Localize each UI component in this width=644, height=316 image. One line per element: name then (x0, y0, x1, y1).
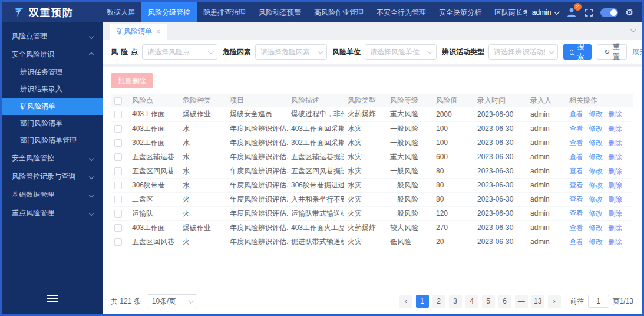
cell-5: 一般风险 (387, 192, 432, 206)
cell-6: 100 (432, 121, 474, 136)
sidebar-group-0[interactable]: 风险点管理 (2, 27, 103, 45)
row-checkbox[interactable] (114, 196, 122, 203)
batch-delete-button[interactable]: 批量删除 (111, 73, 153, 88)
fullscreen-icon[interactable] (585, 9, 593, 17)
delete-link[interactable]: 删除 (608, 223, 622, 232)
goto-page-input[interactable] (588, 295, 609, 308)
topnav-item-6[interactable]: 安全决策分析 (432, 2, 488, 22)
view-link[interactable]: 查看 (569, 238, 583, 246)
edit-link[interactable]: 修改 (589, 181, 603, 189)
prev-page-button[interactable]: ‹ (399, 295, 412, 308)
edit-link[interactable]: 修改 (589, 238, 603, 246)
delete-link[interactable]: 删除 (608, 153, 622, 161)
edit-link[interactable]: 修改 (589, 139, 603, 147)
sidebar-group-5[interactable]: 重点风险管理 (2, 204, 103, 222)
page-button-3[interactable]: 3 (449, 295, 462, 308)
edit-link[interactable]: 修改 (589, 223, 603, 232)
sidebar-item-1-4[interactable]: 部门风险清单管理 (2, 132, 103, 149)
row-select-cell (111, 121, 128, 136)
cell-1: 水 (179, 150, 226, 164)
filter-select-1[interactable]: 请选择危险因素 (255, 44, 327, 60)
sidebar-group-2[interactable]: 安全风险管控 (2, 149, 103, 167)
sidebar-item-1-1[interactable]: 辨识结果录入 (2, 81, 103, 98)
close-icon[interactable]: × (156, 28, 160, 36)
topnav-item-1[interactable]: 风险分级管控 (141, 2, 197, 22)
tab-mine-risk-list[interactable]: 矿风险清单 × (110, 24, 167, 40)
sidebar-menu: 风险点管理安全风险辨识辨识任务管理辨识结果录入矿风险清单部门风险清单部门风险清单… (2, 27, 103, 222)
topnav-item-2[interactable]: 隐患排查治理 (197, 2, 252, 22)
delete-link[interactable]: 删除 (608, 181, 622, 189)
delete-link[interactable]: 删除 (608, 167, 622, 175)
sidebar-group-3[interactable]: 风险管控记录与查询 (2, 167, 103, 186)
sidebar-group-4[interactable]: 基础数据管理 (2, 186, 103, 204)
view-link[interactable]: 查看 (569, 209, 583, 218)
table-row: 二盘区火年度风险辨识评估...入井和乘坐行不到...火灾一般风险802023-0… (111, 192, 633, 206)
page-button-13[interactable]: 13 (531, 295, 544, 308)
select-all-checkbox[interactable] (114, 97, 122, 105)
page-button-4[interactable]: 4 (465, 295, 478, 308)
view-link[interactable]: 查看 (569, 223, 583, 232)
view-link[interactable]: 查看 (569, 153, 583, 161)
filter-select-0[interactable]: 请选择风险点 (142, 44, 217, 60)
view-link[interactable]: 查看 (569, 167, 583, 175)
edit-link[interactable]: 修改 (589, 153, 603, 161)
filter-select-3[interactable]: 请选择辨识活动类型 (488, 44, 558, 60)
topnav-item-5[interactable]: 不安全行为管理 (370, 2, 432, 22)
row-checkbox[interactable] (114, 139, 122, 147)
view-link[interactable]: 查看 (569, 124, 583, 133)
user-menu[interactable]: admin (532, 8, 558, 17)
search-button[interactable]: 搜索 (563, 44, 592, 60)
topnav-item-0[interactable]: 数据大屏 (100, 2, 141, 22)
sidebar: 风险点管理安全风险辨识辨识任务管理辨识结果录入矿风险清单部门风险清单部门风险清单… (2, 22, 103, 314)
edit-link[interactable]: 修改 (589, 209, 603, 218)
page-button-1[interactable]: 1 (416, 295, 429, 308)
row-checkbox[interactable] (114, 125, 122, 133)
edit-link[interactable]: 修改 (589, 167, 603, 175)
tab-list-dropdown[interactable] (630, 24, 635, 35)
sidebar-group-1[interactable]: 安全风险辨识 (2, 45, 103, 64)
topnav-item-3[interactable]: 风险动态预警 (252, 2, 308, 22)
row-checkbox[interactable] (114, 224, 122, 232)
row-checkbox[interactable] (114, 182, 122, 189)
page-button-2[interactable]: 2 (432, 295, 445, 308)
reset-button[interactable]: ↻重置 (597, 44, 627, 60)
filter-select-2[interactable]: 请选择风险单位 (365, 44, 437, 60)
page-button-6[interactable]: 6 (498, 295, 511, 308)
delete-link[interactable]: 删除 (608, 124, 622, 133)
delete-link[interactable]: 删除 (608, 195, 622, 203)
page-button-5[interactable]: 5 (482, 295, 495, 308)
sidebar-item-1-2[interactable]: 矿风险清单 (2, 98, 103, 115)
delete-link[interactable]: 删除 (608, 209, 622, 218)
next-page-button[interactable]: › (548, 295, 561, 308)
view-link[interactable]: 查看 (569, 181, 583, 189)
sidebar-item-1-3[interactable]: 部门风险清单 (2, 115, 103, 132)
notification-avatar[interactable]: 2 (566, 6, 577, 18)
view-link[interactable]: 查看 (569, 110, 583, 118)
topnav-item-7[interactable]: 区队两长考核 (488, 2, 527, 22)
filter-label: 风险点 (111, 47, 138, 57)
cell-5: 低风险 (387, 235, 432, 249)
topnav-item-4[interactable]: 高风险作业管理 (308, 2, 370, 22)
sidebar-item-1-0[interactable]: 辨识任务管理 (2, 64, 103, 81)
cell-0: 306胶带巷 (128, 178, 179, 192)
row-checkbox[interactable] (114, 111, 122, 119)
edit-link[interactable]: 修改 (589, 195, 603, 203)
view-link[interactable]: 查看 (569, 195, 583, 203)
delete-link[interactable]: 删除 (608, 139, 622, 147)
view-link[interactable]: 查看 (569, 139, 583, 147)
page-ellipsis[interactable]: — (515, 295, 528, 308)
edit-link[interactable]: 修改 (589, 110, 603, 118)
delete-link[interactable]: 删除 (608, 110, 622, 118)
row-checkbox[interactable] (114, 238, 122, 246)
expand-link[interactable]: 展开 (632, 47, 642, 57)
row-checkbox[interactable] (114, 153, 122, 161)
page-size-select[interactable]: 10条/页 (147, 294, 197, 308)
theme-toggle[interactable] (600, 8, 618, 17)
cell-4: 火药爆炸 (344, 107, 387, 121)
edit-link[interactable]: 修改 (589, 124, 603, 133)
delete-link[interactable]: 删除 (608, 238, 622, 246)
sidebar-collapse-button[interactable] (2, 289, 103, 308)
gear-icon[interactable]: ⚙ (626, 8, 633, 17)
row-checkbox[interactable] (114, 210, 122, 218)
row-checkbox[interactable] (114, 167, 122, 175)
